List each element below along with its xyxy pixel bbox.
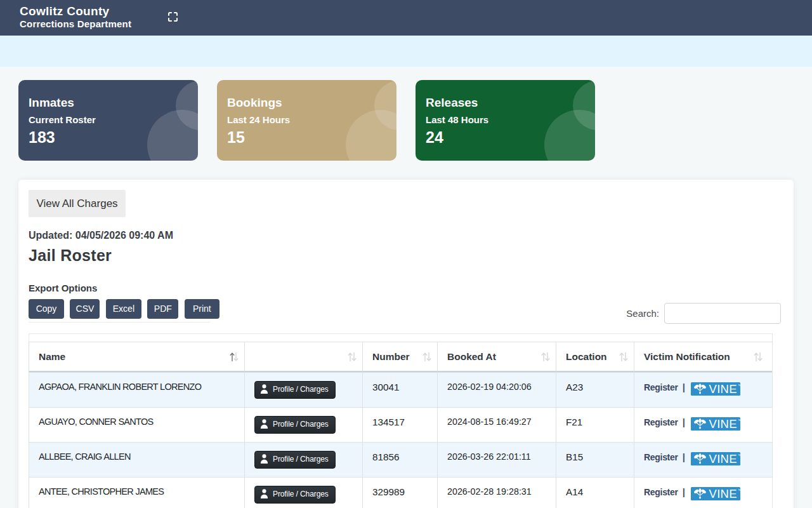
svg-text:TM: TM — [738, 454, 740, 457]
svg-text:VINE: VINE — [709, 487, 737, 500]
svg-text:VINE: VINE — [709, 382, 737, 396]
svg-text:VINE: VINE — [709, 417, 737, 431]
svg-text:TM: TM — [738, 489, 740, 491]
svg-text:VINE: VINE — [709, 452, 737, 465]
svg-text:TM: TM — [738, 384, 740, 387]
svg-text:TM: TM — [738, 419, 740, 422]
